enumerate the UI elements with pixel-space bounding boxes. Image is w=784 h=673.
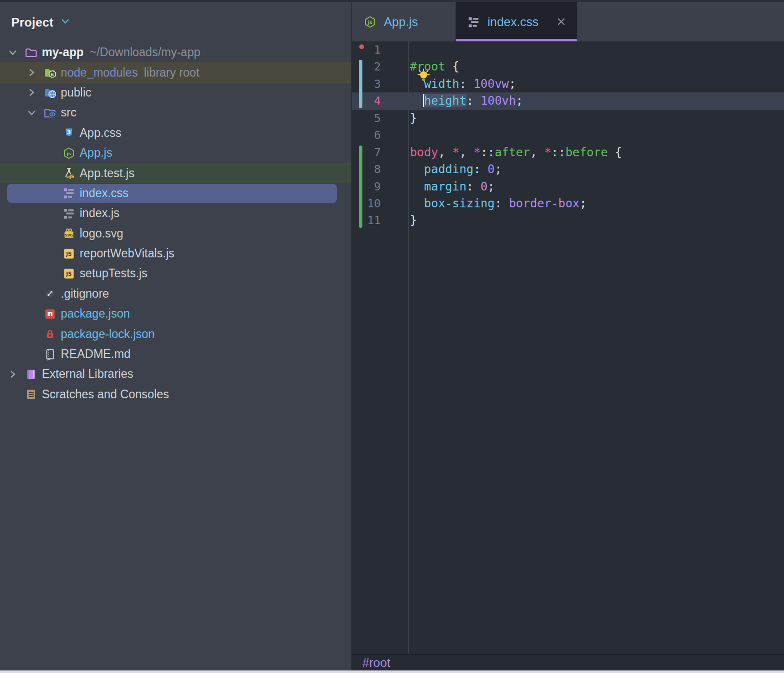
chevron-collapsed-icon[interactable] (24, 67, 43, 78)
code-line-6[interactable] (410, 127, 784, 143)
tree-item-label: public (61, 86, 91, 100)
svg-file-icon: SVG (62, 227, 76, 240)
gutter-line-number[interactable]: 10 (352, 195, 381, 212)
gutter-line-number[interactable]: 2 (352, 58, 381, 75)
nodejs-icon: js (363, 15, 377, 29)
gutter-line-number[interactable]: 8 (352, 161, 381, 178)
tree-item-scratches-and-consoles[interactable]: Scratches and Consoles (0, 384, 351, 404)
gutter-line-number[interactable]: 7 (352, 144, 381, 161)
row-highlight (0, 224, 351, 244)
tree-item-index-js[interactable]: index.js (0, 203, 351, 223)
tree-item-readme-md[interactable]: README.md (0, 344, 351, 364)
code-token: : (467, 94, 481, 107)
tree-item-label: App.js (80, 146, 112, 160)
tree-item-logo-svg[interactable]: SVGlogo.svg (0, 224, 351, 244)
code-token: 0 (487, 162, 495, 176)
gutter-line-number[interactable]: 3 (352, 76, 381, 92)
code-line-3[interactable]: width: 100vw; (410, 76, 784, 92)
gutter-line-number[interactable]: 9 (352, 178, 381, 195)
code-token: before (566, 146, 608, 159)
change-bar-added (359, 146, 362, 228)
svg-text:JS: JS (69, 174, 74, 179)
tree-item-src[interactable]: src (0, 103, 351, 123)
svg-text:js: js (66, 151, 71, 156)
tree-item-public[interactable]: public (0, 83, 351, 103)
npm-icon (43, 307, 57, 321)
code-line-5[interactable]: } (410, 110, 784, 127)
tab-index-css[interactable]: index.css (456, 2, 577, 41)
code-line-7[interactable]: body, *, *::after, *::before { (410, 144, 784, 161)
chevron-collapsed-icon[interactable] (5, 369, 24, 380)
gutter-line-number[interactable]: 6 (352, 127, 381, 143)
tree-item-label: src (61, 106, 77, 119)
code-area[interactable]: #root { width: 100vw; height: 100vh;}bod… (409, 41, 784, 654)
gutter-line-number[interactable]: 11 (352, 212, 381, 229)
tree-item-app-js[interactable]: jsApp.js (0, 143, 351, 163)
window-bottom-edge (0, 670, 784, 673)
css3-icon: 3 (62, 126, 76, 139)
chevron-expanded-icon[interactable] (5, 47, 24, 58)
folder-node-modules-icon: js (43, 66, 57, 79)
tab-label: index.css (487, 15, 538, 29)
code-line-1[interactable] (410, 41, 784, 58)
code-token: ; (516, 94, 523, 107)
code-line-11[interactable]: } (410, 212, 784, 229)
tree-item-label: setupTests.js (80, 267, 148, 280)
code-token: } (410, 213, 417, 227)
tree-item-label: node_modules (61, 66, 138, 80)
code-line-2[interactable]: #root { (410, 58, 784, 75)
tree-item-my-app[interactable]: my-app~/Downloads/my-app (0, 42, 351, 62)
file-modified-dot (359, 44, 364, 49)
code-line-10[interactable]: box-sizing: border-box; (410, 195, 784, 212)
gutter-line-number[interactable]: 1 (352, 41, 381, 58)
change-bar-modified (359, 60, 362, 108)
tree-item-package-lock-json[interactable]: package-lock.json (0, 324, 351, 344)
breadcrumb-root[interactable]: #root (362, 656, 390, 670)
test-js-icon: JS (62, 166, 76, 180)
code-token: ; (487, 180, 495, 193)
chevron-expanded-icon[interactable] (24, 107, 43, 118)
code-token: : (467, 180, 481, 193)
tree-item-label: App.test.js (80, 166, 134, 180)
code-token: } (410, 111, 417, 125)
code-token: : (474, 162, 488, 176)
tree-item-label: App.css (80, 126, 121, 140)
tree-item-node-modules[interactable]: jsnode_moduleslibrary root (0, 62, 351, 82)
close-icon[interactable] (555, 16, 567, 28)
stylesheet-gray-icon (62, 207, 76, 220)
tree-item-label: package.json (61, 307, 130, 321)
code-token: :: (551, 146, 566, 159)
tree-item-app-css[interactable]: 3App.css (0, 123, 351, 143)
code-token: ; (509, 77, 516, 90)
tree-item-external-libraries[interactable]: External Libraries (0, 364, 351, 384)
code-token: , (530, 146, 544, 159)
code-token: * (452, 146, 459, 159)
code-token: body (410, 146, 438, 159)
project-view-selector[interactable]: Project (0, 2, 351, 42)
tree-item-reportwebvitals-js[interactable]: JSreportWebVitals.js (0, 244, 351, 263)
tree-item-app-test-js[interactable]: JSApp.test.js (0, 163, 351, 183)
chevron-collapsed-icon[interactable] (24, 87, 43, 98)
code-token: 0 (481, 180, 488, 193)
gutter-line-number[interactable]: 5 (352, 110, 381, 127)
code-token: box-sizing (424, 197, 495, 210)
tree-item-label: index.js (80, 206, 119, 220)
code-token: : (495, 197, 509, 210)
tree-item-setuptests-js[interactable]: JSsetupTests.js (0, 263, 351, 283)
code-line-8[interactable]: padding: 0; (410, 161, 784, 178)
gutter-line-number[interactable]: 4 (352, 92, 381, 109)
tree-item-gitignore[interactable]: .gitignore (0, 284, 351, 304)
tree-item-index-css[interactable]: index.css (0, 183, 351, 203)
tree-item-package-json[interactable]: package.json (0, 304, 351, 324)
intention-bulb-icon[interactable] (415, 68, 432, 87)
code-line-9[interactable]: margin: 0; (410, 178, 784, 195)
folder-src-icon (43, 106, 57, 119)
code-line-4[interactable]: height: 100vh; (410, 92, 784, 109)
editor[interactable]: 1234567891011 #root { width: 100vw; heig… (352, 41, 784, 654)
folder-project-icon (24, 46, 38, 59)
svg-text:3: 3 (67, 129, 71, 136)
nodejs-icon: js (62, 147, 76, 160)
tab-app-js[interactable]: jsApp.js (352, 2, 456, 41)
js-file-icon: JS (62, 247, 76, 260)
editor-gutter[interactable]: 1234567891011 (352, 41, 409, 654)
